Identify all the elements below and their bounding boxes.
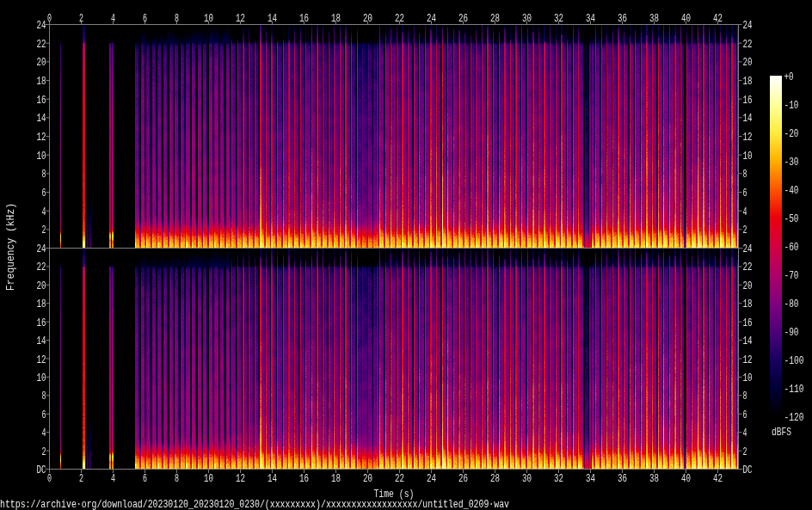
svg-text:40: 40 [681,13,691,25]
svg-text:18: 18 [37,298,46,310]
svg-text:16: 16 [37,317,46,329]
svg-text:4: 4 [743,206,747,218]
svg-text:2: 2 [79,13,83,25]
svg-text:32: 32 [554,13,563,25]
svg-text:6: 6 [143,473,147,485]
svg-text:6: 6 [743,187,747,200]
svg-text:22: 22 [395,473,404,485]
svg-text:8: 8 [175,13,179,25]
svg-text:10: 10 [743,372,753,384]
svg-text:22: 22 [37,39,46,51]
svg-text:4: 4 [743,427,747,439]
svg-text:14: 14 [37,113,46,125]
svg-text:0: 0 [47,473,52,485]
svg-text:16: 16 [743,95,753,107]
svg-text:20: 20 [363,473,372,485]
svg-text:-110: -110 [784,384,804,396]
svg-text:-70: -70 [784,270,799,282]
svg-text:Frequency (kHz): Frequency (kHz) [5,203,17,291]
svg-text:20: 20 [37,280,46,292]
svg-text:36: 36 [618,13,627,25]
svg-text:18: 18 [743,76,753,88]
svg-text:18: 18 [331,473,341,485]
svg-text:-100: -100 [784,355,804,367]
svg-text:28: 28 [490,473,500,485]
svg-text:12: 12 [37,354,46,366]
svg-text:18: 18 [331,13,341,25]
svg-text:-50: -50 [784,213,799,225]
svg-text:-10: -10 [784,100,799,112]
svg-text:6: 6 [743,409,747,421]
svg-text:-40: -40 [784,185,799,197]
svg-text:12: 12 [743,132,753,144]
svg-text:14: 14 [37,335,46,347]
svg-text:DC: DC [743,464,753,476]
svg-text:10: 10 [743,151,753,163]
svg-text:4: 4 [42,206,46,218]
svg-text:22: 22 [395,13,404,25]
svg-text:-60: -60 [784,242,799,254]
svg-text:16: 16 [37,95,46,107]
svg-text:38: 38 [649,473,659,485]
svg-text:-20: -20 [784,128,799,140]
svg-text:24: 24 [37,243,46,255]
svg-text:12: 12 [743,354,753,366]
svg-text:https://archive·org/download/2: https://archive·org/download/20230120_20… [0,499,509,510]
svg-text:42: 42 [713,13,723,25]
svg-text:-90: -90 [784,327,799,339]
svg-text:2: 2 [42,224,46,237]
svg-text:32: 32 [554,473,563,485]
svg-text:22: 22 [743,39,753,51]
svg-text:dBFS: dBFS [772,427,791,439]
svg-text:26: 26 [458,13,468,25]
svg-text:28: 28 [490,13,500,25]
svg-text:10: 10 [204,13,213,25]
svg-text:20: 20 [363,13,372,25]
svg-text:12: 12 [236,13,245,25]
svg-text:4: 4 [111,473,115,485]
svg-text:24: 24 [427,473,436,485]
svg-text:2: 2 [42,446,46,458]
svg-text:0: 0 [47,13,52,25]
svg-text:12: 12 [236,473,245,485]
svg-text:+0: +0 [784,71,794,83]
svg-text:6: 6 [143,13,147,25]
svg-text:10: 10 [204,473,213,485]
svg-text:20: 20 [743,57,753,69]
svg-text:20: 20 [37,57,46,69]
svg-text:14: 14 [268,473,277,485]
svg-text:38: 38 [649,13,659,25]
svg-text:40: 40 [681,473,691,485]
svg-text:42: 42 [713,473,723,485]
svg-text:6: 6 [42,187,46,200]
svg-text:12: 12 [37,132,46,144]
svg-text:10: 10 [37,151,46,163]
svg-text:18: 18 [37,76,46,88]
svg-text:20: 20 [743,280,753,292]
svg-text:-30: -30 [784,157,799,169]
svg-text:22: 22 [37,261,46,273]
svg-text:4: 4 [111,13,115,25]
svg-text:24: 24 [37,20,46,32]
svg-text:10: 10 [37,372,46,384]
svg-text:8: 8 [42,169,46,181]
svg-text:14: 14 [743,335,753,347]
svg-text:22: 22 [743,261,753,273]
svg-text:34: 34 [586,13,595,25]
svg-text:16: 16 [299,13,309,25]
svg-text:14: 14 [743,113,753,125]
svg-text:6: 6 [42,409,46,421]
svg-text:2: 2 [743,224,747,237]
svg-text:36: 36 [618,473,627,485]
svg-text:24: 24 [743,20,753,32]
svg-text:16: 16 [743,317,753,329]
svg-text:-120: -120 [784,412,804,424]
svg-text:26: 26 [458,473,468,485]
svg-text:16: 16 [299,473,309,485]
svg-text:8: 8 [743,390,747,402]
svg-text:DC: DC [37,464,46,476]
svg-text:8: 8 [175,473,179,485]
svg-text:8: 8 [743,169,747,181]
svg-text:30: 30 [522,473,532,485]
svg-text:2: 2 [79,473,83,485]
